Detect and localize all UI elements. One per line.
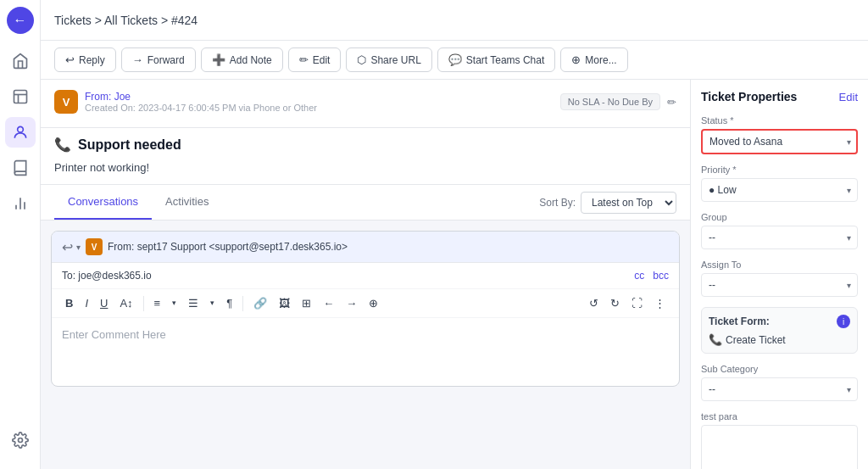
status-field-group: Status * Open Pending Resolved Closed Mo… — [701, 115, 858, 154]
group-label: Group — [701, 212, 858, 222]
ordered-list-button[interactable]: ≡ — [149, 294, 166, 312]
compose-header: ↩ ▾ V From: sept17 Support <support@sept… — [52, 232, 679, 263]
editor-placeholder: Enter Comment Here — [62, 328, 166, 341]
add-note-button[interactable]: ➕ Add Note — [201, 47, 283, 72]
panel-header: Ticket Properties Edit — [701, 90, 858, 103]
panel-edit-link[interactable]: Edit — [839, 91, 858, 103]
assign-to-label: Assign To — [701, 260, 858, 270]
info-icon[interactable]: i — [837, 315, 850, 328]
test-para-field-group: test para — [701, 411, 858, 469]
content-area: V From: Joe Created On: 2023-04-17 6:00:… — [41, 80, 868, 469]
sidebar: ← — [0, 0, 41, 469]
status-select-wrapper: Open Pending Resolved Closed Moved to As… — [701, 129, 858, 154]
unordered-list-button[interactable]: ☰ — [183, 294, 203, 312]
assign-to-select[interactable]: -- — [701, 273, 858, 297]
edit-ticket-icon[interactable]: ✏ — [667, 96, 676, 109]
sub-category-label: Sub Category — [701, 364, 858, 374]
create-ticket-link[interactable]: 📞 Create Ticket — [709, 333, 850, 346]
fullscreen-button[interactable]: ⛶ — [626, 294, 648, 312]
more-options-button[interactable]: ⋮ — [649, 294, 670, 312]
redo-button[interactable]: ↻ — [605, 294, 625, 312]
tabs: Conversations Activities — [54, 185, 222, 220]
ticket-created: Created On: 2023-04-17 6:00:45 PM via Ph… — [85, 103, 317, 113]
edit-button[interactable]: ✏ Edit — [288, 47, 342, 72]
svg-point-3 — [17, 126, 23, 132]
editor-toolbar: B I U A↕ ≡ ▾ ☰ ▾ ¶ 🔗 🖼 ⊞ ← → ⊕ — [52, 289, 679, 318]
tab-conversations[interactable]: Conversations — [54, 185, 152, 220]
group-select-wrapper: -- — [701, 226, 858, 249]
from-name-value[interactable]: Joe — [114, 91, 131, 103]
phone-icon: 📞 — [54, 137, 71, 153]
add-note-icon: ➕ — [212, 53, 225, 66]
reply-left-arrow[interactable]: ↩ — [62, 239, 73, 255]
svg-rect-0 — [14, 91, 26, 103]
tabs-row: Conversations Activities Sort By: Latest… — [41, 185, 690, 221]
italic-button[interactable]: I — [80, 294, 93, 312]
priority-select[interactable]: ● Low Medium High Urgent — [701, 178, 858, 202]
arrow-left-button[interactable]: ← — [318, 294, 339, 312]
compose-from: From: sept17 Support <support@sept17.des… — [108, 241, 348, 253]
teams-chat-button[interactable]: 💬 Start Teams Chat — [437, 47, 555, 72]
reply-controls: ↩ ▾ — [62, 239, 81, 255]
ticket-from-info: From: Joe Created On: 2023-04-17 6:00:45… — [85, 91, 317, 113]
status-select[interactable]: Open Pending Resolved Closed Moved to As… — [701, 129, 858, 154]
underline-button[interactable]: U — [95, 294, 113, 312]
from-label: From: — [85, 91, 111, 103]
ol-dropdown[interactable]: ▾ — [167, 296, 181, 310]
forward-icon: → — [132, 53, 143, 66]
toolbar: ↩ Reply → Forward ➕ Add Note ✏ Edit ⬡ Sh… — [41, 41, 868, 80]
priority-label: Priority * — [701, 165, 858, 175]
ul-dropdown[interactable]: ▾ — [205, 296, 220, 310]
sub-category-select[interactable]: -- — [701, 377, 858, 401]
table-button[interactable]: ⊞ — [297, 294, 316, 312]
compose-avatar: V — [86, 238, 103, 255]
image-button[interactable]: 🖼 — [274, 294, 295, 312]
arrow-right-button[interactable]: → — [341, 294, 362, 312]
sort-select[interactable]: Latest on Top Oldest on Top — [581, 192, 676, 214]
link-button[interactable]: 🔗 — [248, 294, 272, 312]
test-para-textarea[interactable] — [701, 425, 858, 469]
special-chars-button[interactable]: ⊕ — [364, 294, 383, 312]
sidebar-item-settings[interactable] — [5, 425, 36, 455]
font-size-button[interactable]: A↕ — [114, 294, 137, 312]
tab-activities[interactable]: Activities — [152, 185, 222, 220]
topbar: Tickets > All Tickets > #424 — [41, 0, 868, 41]
priority-select-wrapper: ● Low Medium High Urgent — [701, 178, 858, 202]
reply-button[interactable]: ↩ Reply — [54, 47, 116, 72]
share-url-button[interactable]: ⬡ Share URL — [346, 47, 431, 72]
breadcrumb: Tickets > All Tickets > #424 — [54, 14, 198, 27]
ticket-subject: Support needed — [78, 137, 181, 153]
sidebar-item-tickets[interactable] — [5, 81, 36, 112]
bcc-link[interactable]: bcc — [653, 270, 669, 282]
forward-button[interactable]: → Forward — [121, 47, 196, 72]
bold-button[interactable]: B — [60, 294, 78, 312]
cc-link[interactable]: cc — [634, 270, 644, 282]
group-select[interactable]: -- — [701, 226, 858, 249]
sub-category-field-group: Sub Category -- — [701, 364, 858, 401]
group-field-group: Group -- — [701, 212, 858, 249]
svg-point-7 — [18, 438, 22, 443]
ticket-sla: No SLA - No Due By — [560, 93, 660, 110]
sidebar-item-reports[interactable] — [5, 153, 36, 183]
ticket-area: V From: Joe Created On: 2023-04-17 6:00:… — [41, 80, 690, 469]
more-button[interactable]: ⊕ More... — [560, 47, 627, 72]
reply-dropdown[interactable]: ▾ — [76, 243, 81, 252]
teams-icon: 💬 — [448, 53, 462, 66]
compose-to-row: To: joe@desk365.io cc bcc — [52, 263, 679, 289]
editor-body[interactable]: Enter Comment Here — [52, 318, 679, 386]
edit-icon: ✏ — [299, 53, 309, 66]
sidebar-logo[interactable]: ← — [7, 7, 34, 34]
ticket-header: V From: Joe Created On: 2023-04-17 6:00:… — [41, 80, 690, 128]
ticket-from-left: V From: Joe Created On: 2023-04-17 6:00:… — [54, 90, 317, 114]
sidebar-item-charts[interactable] — [5, 188, 36, 219]
undo-button[interactable]: ↺ — [584, 294, 604, 312]
sidebar-item-contacts[interactable] — [5, 117, 36, 148]
ticket-subject-row: 📞 Support needed — [41, 128, 690, 158]
create-ticket-label: Create Ticket — [726, 334, 786, 346]
sidebar-item-home[interactable] — [5, 46, 36, 76]
priority-field-group: Priority * ● Low Medium High Urgent — [701, 165, 858, 202]
compose-to-label: To: joe@desk365.io — [62, 270, 152, 282]
compose-area: ↩ ▾ V From: sept17 Support <support@sept… — [51, 231, 680, 387]
paragraph-button[interactable]: ¶ — [221, 294, 237, 312]
editor-divider-2 — [242, 296, 243, 311]
